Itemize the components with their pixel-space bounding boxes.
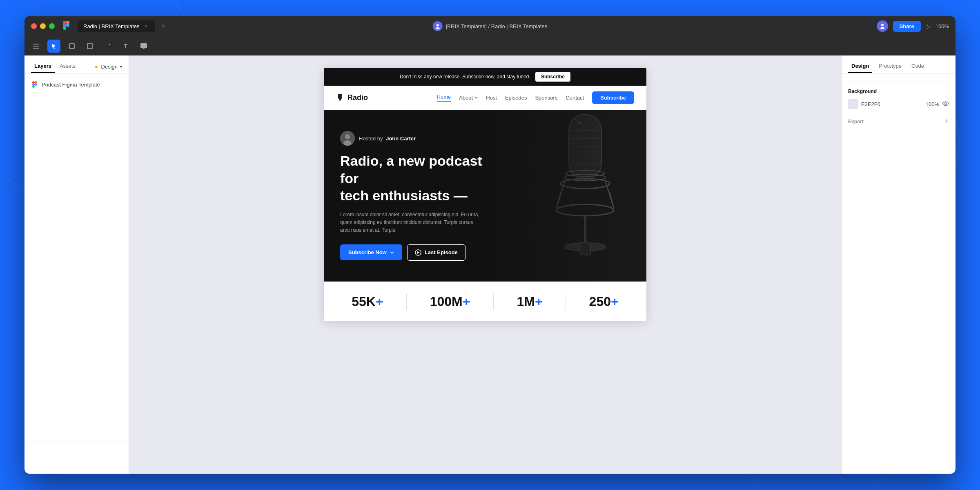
nav-link-host[interactable]: Host: [486, 95, 497, 101]
host-row: Hosted by John Carter: [340, 131, 483, 146]
shape-tools-group: [83, 40, 96, 53]
color-row: E2E2F0 100%: [848, 99, 949, 109]
svg-rect-13: [69, 44, 74, 49]
share-button[interactable]: Share: [893, 21, 921, 32]
nav-subscribe-button[interactable]: Subscribe: [592, 91, 634, 104]
hosted-by-text: Hosted by John Carter: [359, 135, 416, 142]
play-button[interactable]: ▷: [926, 22, 931, 30]
traffic-lights: [31, 23, 55, 29]
svg-rect-22: [87, 44, 92, 49]
hero-episode-button[interactable]: Last Episode: [407, 244, 466, 261]
close-button[interactable]: [31, 23, 37, 29]
stat-divider-1: [406, 293, 407, 310]
hero-description: Lorem ipsum dolor sit amet, consectetur …: [340, 211, 483, 235]
menu-button[interactable]: [29, 40, 42, 53]
stat-number-3: 1M+: [517, 294, 542, 309]
nav-link-sponsors[interactable]: Sponsors: [535, 95, 557, 101]
svg-rect-12: [33, 48, 39, 49]
hero-subscribe-button[interactable]: Subscribe Now: [340, 244, 402, 260]
figma-layer-icon: [31, 81, 38, 88]
hero-buttons: Subscribe Now Last Episode: [340, 244, 483, 261]
stat-number-4: 250+: [589, 294, 619, 309]
svg-rect-0: [63, 21, 66, 24]
design-tab[interactable]: Design: [848, 60, 872, 73]
announcement-text: Don't miss any new release. Subscribe no…: [400, 74, 530, 80]
svg-point-23: [109, 44, 110, 45]
visibility-toggle-icon[interactable]: [942, 101, 949, 107]
layer-item-label: Podcast Figma Template: [42, 82, 100, 88]
user-avatar[interactable]: [877, 20, 888, 32]
right-panel-content: Background E2E2F0 100% Export: [842, 73, 956, 137]
new-tab-button[interactable]: +: [158, 21, 168, 31]
svg-rect-2: [63, 24, 66, 27]
shape-tool-button[interactable]: [83, 40, 96, 53]
hero-content: Hosted by John Carter Radio, a new podca…: [324, 115, 499, 277]
svg-rect-3: [63, 27, 66, 30]
right-panel: Design Prototype Code Background E2E2F0 …: [841, 55, 956, 474]
stat-number-2: 100M+: [430, 294, 470, 309]
code-tab[interactable]: Code: [908, 60, 927, 73]
assets-tab[interactable]: Assets: [56, 60, 79, 73]
nav-link-about[interactable]: About: [459, 95, 478, 101]
active-tab[interactable]: Radio | BRIX Templates ×: [78, 20, 155, 32]
hero-title: Radio, a new podcast for tech enthusiast…: [340, 152, 483, 204]
host-avatar: [340, 131, 355, 146]
stat-divider-3: [566, 293, 566, 310]
website-nav: 🎙 Radio Home About Host Episodes Sponsor…: [324, 86, 646, 110]
export-section: Export +: [848, 117, 949, 126]
host-name: John Carter: [386, 135, 416, 142]
color-hex-value[interactable]: E2E2F0: [861, 101, 922, 107]
text-tool-button[interactable]: T: [119, 40, 132, 53]
comment-tool-button[interactable]: [137, 40, 150, 53]
hero-section: Hosted by John Carter Radio, a new podca…: [324, 110, 646, 282]
stat-item-3: 1M+: [517, 294, 542, 309]
nav-link-home[interactable]: Home: [437, 94, 451, 102]
prototype-tab[interactable]: Prototype: [875, 60, 905, 73]
website-preview: Don't miss any new release. Subscribe no…: [324, 68, 646, 321]
svg-point-6: [437, 24, 439, 27]
right-panel-divider-1: [848, 82, 949, 82]
export-header: Export +: [848, 117, 949, 126]
left-panel: Layers Assets Design ▾: [24, 55, 129, 474]
zoom-control[interactable]: 100%: [935, 23, 949, 29]
export-add-button[interactable]: +: [944, 117, 949, 126]
minimize-button[interactable]: [40, 23, 46, 29]
app-window: Radio | BRIX Templates × + [BRIX Templat…: [24, 16, 956, 474]
nav-logo: 🎙 Radio: [336, 93, 368, 102]
stats-bar: 55K+ 100M+ 1M+ 250+: [324, 282, 646, 321]
frame-tools-group: [65, 40, 78, 53]
canvas-area[interactable]: Don't miss any new release. Subscribe no…: [129, 55, 841, 474]
workspace-avatar: [433, 21, 443, 31]
figma-logo-icon: [63, 21, 69, 31]
svg-point-48: [345, 134, 350, 139]
export-label: Export: [848, 119, 864, 124]
text-tools-group: T: [119, 40, 132, 53]
select-tool-button[interactable]: [47, 40, 60, 53]
tab-title: Radio | BRIX Templates: [83, 23, 140, 29]
stat-item-4: 250+: [589, 294, 619, 309]
frame-tool-button[interactable]: [65, 40, 78, 53]
svg-rect-11: [33, 46, 39, 47]
announcement-subscribe-button[interactable]: Subscribe: [535, 72, 570, 82]
stat-divider-2: [493, 293, 494, 310]
layer-item-podcast-template[interactable]: Podcast Figma Template: [28, 78, 125, 91]
nav-logo-text: Radio: [347, 93, 368, 102]
nav-link-episodes[interactable]: Episodes: [505, 95, 527, 101]
nav-link-contact[interactable]: Contact: [566, 95, 584, 101]
comment-tools-group: [137, 40, 150, 53]
design-dropdown[interactable]: Design ▾: [94, 64, 122, 73]
pen-tool-button[interactable]: [101, 40, 114, 53]
select-tools-group: [47, 40, 60, 53]
stat-item-2: 100M+: [430, 294, 470, 309]
svg-point-4: [66, 24, 69, 27]
color-swatch[interactable]: [848, 99, 858, 109]
svg-point-9: [880, 27, 884, 29]
title-center: [BRIX Templates] / Radio | BRIX Template…: [433, 21, 548, 31]
tab-close-button[interactable]: ×: [143, 23, 149, 29]
left-panel-tabs: Layers Assets Design ▾: [24, 55, 129, 73]
title-right: Share ▷ 100%: [877, 20, 949, 32]
layers-tab[interactable]: Layers: [31, 60, 55, 73]
stat-item-1: 55K+: [352, 294, 383, 309]
right-panel-tabs: Design Prototype Code: [842, 55, 956, 73]
maximize-button[interactable]: [49, 23, 55, 29]
